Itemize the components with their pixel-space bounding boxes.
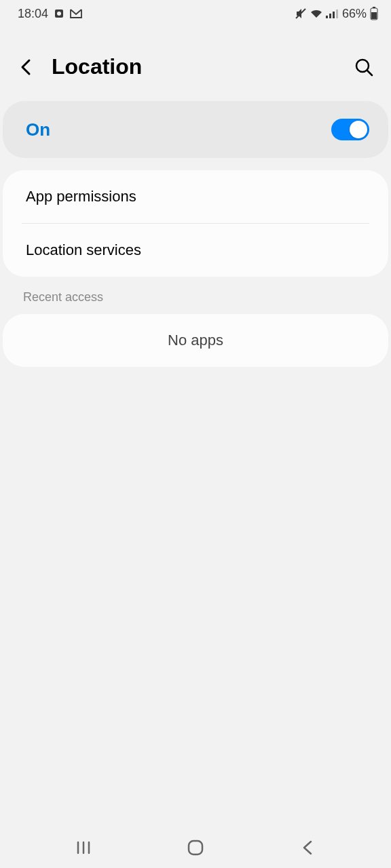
svg-rect-15 [189, 841, 202, 854]
navigation-bar [0, 827, 391, 868]
battery-icon [369, 7, 379, 20]
recent-access-empty: No apps [3, 314, 388, 367]
svg-point-1 [57, 12, 61, 16]
toggle-label: On [26, 119, 50, 140]
page-header: Location [0, 27, 391, 93]
status-bar: 18:04 66% [0, 0, 391, 27]
svg-rect-5 [333, 12, 335, 18]
svg-rect-9 [371, 12, 377, 19]
app-permissions-item[interactable]: App permissions [3, 170, 388, 223]
location-services-item[interactable]: Location services [3, 224, 388, 277]
nav-back-button[interactable] [280, 839, 335, 856]
home-button[interactable] [168, 839, 223, 856]
alarm-icon [54, 8, 64, 19]
signal-icon [326, 9, 338, 18]
svg-rect-8 [373, 7, 375, 8]
back-button[interactable] [16, 58, 35, 77]
gmail-icon [70, 9, 82, 18]
svg-rect-4 [329, 14, 331, 18]
mute-icon [295, 7, 307, 20]
recent-access-header: Recent access [0, 277, 391, 304]
settings-list: App permissions Location services [3, 170, 388, 277]
svg-line-11 [367, 71, 372, 75]
svg-rect-6 [336, 9, 338, 18]
switch-knob [350, 121, 367, 138]
battery-percent: 66% [342, 7, 367, 21]
svg-rect-3 [326, 16, 328, 18]
no-apps-label: No apps [168, 332, 223, 349]
wifi-icon [310, 8, 323, 19]
page-title: Location [52, 54, 337, 79]
location-toggle-card[interactable]: On [3, 101, 388, 158]
status-time: 18:04 [18, 7, 48, 21]
status-right: 66% [295, 7, 379, 21]
location-switch[interactable] [331, 119, 369, 140]
search-button[interactable] [353, 56, 375, 78]
recents-button[interactable] [56, 840, 111, 856]
status-left: 18:04 [18, 7, 82, 21]
